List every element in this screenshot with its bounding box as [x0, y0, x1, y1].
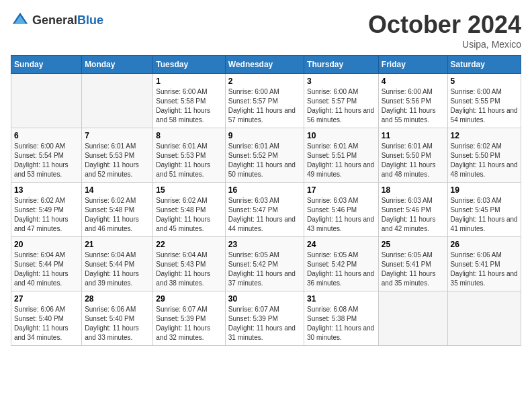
day-number: 22 [156, 240, 222, 249]
day-number: 25 [382, 240, 445, 249]
day-header-thursday: Thursday [304, 56, 379, 74]
day-info: Sunrise: 6:00 AMSunset: 5:57 PMDaylight:… [228, 87, 301, 125]
title-block: October 2024 Usipa, Mexico [368, 11, 521, 50]
day-info: Sunrise: 6:06 AMSunset: 5:40 PMDaylight:… [85, 305, 150, 342]
day-info: Sunrise: 6:06 AMSunset: 5:40 PMDaylight:… [14, 305, 79, 342]
day-number: 6 [14, 131, 79, 140]
calendar-cell: 4Sunrise: 6:00 AMSunset: 5:56 PMDaylight… [378, 74, 447, 128]
day-info: Sunrise: 6:06 AMSunset: 5:41 PMDaylight:… [451, 250, 518, 288]
day-number: 18 [382, 185, 445, 195]
day-number: 31 [307, 294, 375, 304]
day-info: Sunrise: 6:00 AMSunset: 5:58 PMDaylight:… [156, 87, 222, 125]
day-header-monday: Monday [82, 56, 153, 74]
calendar-week-3: 13Sunrise: 6:02 AMSunset: 5:49 PMDayligh… [11, 183, 521, 237]
day-info: Sunrise: 6:05 AMSunset: 5:41 PMDaylight:… [382, 250, 445, 288]
calendar-cell: 14Sunrise: 6:02 AMSunset: 5:48 PMDayligh… [82, 183, 153, 237]
calendar-cell: 26Sunrise: 6:06 AMSunset: 5:41 PMDayligh… [447, 237, 521, 291]
day-number: 19 [451, 185, 518, 195]
day-info: Sunrise: 6:04 AMSunset: 5:43 PMDaylight:… [156, 250, 222, 288]
calendar-cell: 31Sunrise: 6:08 AMSunset: 5:38 PMDayligh… [304, 291, 379, 346]
day-info: Sunrise: 6:08 AMSunset: 5:38 PMDaylight:… [307, 305, 375, 342]
calendar-cell: 13Sunrise: 6:02 AMSunset: 5:49 PMDayligh… [11, 183, 82, 237]
calendar-cell: 8Sunrise: 6:01 AMSunset: 5:53 PMDaylight… [153, 128, 225, 183]
calendar-cell: 25Sunrise: 6:05 AMSunset: 5:41 PMDayligh… [378, 237, 447, 291]
calendar-cell: 10Sunrise: 6:01 AMSunset: 5:51 PMDayligh… [304, 128, 379, 183]
day-number: 15 [156, 185, 222, 195]
day-info: Sunrise: 6:03 AMSunset: 5:47 PMDaylight:… [228, 196, 301, 234]
calendar-cell: 29Sunrise: 6:07 AMSunset: 5:39 PMDayligh… [153, 291, 225, 346]
calendar-cell: 20Sunrise: 6:04 AMSunset: 5:44 PMDayligh… [11, 237, 82, 291]
logo: GeneralBlue [11, 11, 103, 30]
day-info: Sunrise: 6:01 AMSunset: 5:52 PMDaylight:… [228, 142, 301, 179]
calendar-cell: 23Sunrise: 6:05 AMSunset: 5:42 PMDayligh… [225, 237, 304, 291]
calendar-cell: 11Sunrise: 6:01 AMSunset: 5:50 PMDayligh… [378, 128, 447, 183]
calendar-cell: 21Sunrise: 6:04 AMSunset: 5:44 PMDayligh… [82, 237, 153, 291]
location-subtitle: Usipa, Mexico [368, 39, 521, 50]
calendar-cell: 2Sunrise: 6:00 AMSunset: 5:57 PMDaylight… [225, 74, 304, 128]
day-number: 13 [14, 185, 79, 195]
calendar-cell: 5Sunrise: 6:00 AMSunset: 5:55 PMDaylight… [447, 74, 521, 128]
day-number: 21 [85, 240, 150, 249]
page-header: GeneralBlue October 2024 Usipa, Mexico [11, 11, 521, 50]
calendar-cell [378, 291, 447, 346]
day-number: 14 [85, 185, 150, 195]
calendar-cell: 15Sunrise: 6:02 AMSunset: 5:48 PMDayligh… [153, 183, 225, 237]
day-number: 23 [228, 240, 301, 249]
day-number: 11 [382, 131, 445, 140]
day-number: 4 [382, 77, 445, 86]
calendar-cell: 27Sunrise: 6:06 AMSunset: 5:40 PMDayligh… [11, 291, 82, 346]
day-number: 29 [156, 294, 222, 304]
calendar-cell: 22Sunrise: 6:04 AMSunset: 5:43 PMDayligh… [153, 237, 225, 291]
calendar-cell: 28Sunrise: 6:06 AMSunset: 5:40 PMDayligh… [82, 291, 153, 346]
calendar-cell: 6Sunrise: 6:00 AMSunset: 5:54 PMDaylight… [11, 128, 82, 183]
day-number: 8 [156, 131, 222, 140]
day-info: Sunrise: 6:04 AMSunset: 5:44 PMDaylight:… [85, 250, 150, 288]
calendar-cell: 24Sunrise: 6:05 AMSunset: 5:42 PMDayligh… [304, 237, 379, 291]
calendar-cell [447, 291, 521, 346]
day-info: Sunrise: 6:00 AMSunset: 5:56 PMDaylight:… [382, 87, 445, 125]
day-number: 30 [228, 294, 301, 304]
calendar-week-5: 27Sunrise: 6:06 AMSunset: 5:40 PMDayligh… [11, 291, 521, 346]
calendar-cell [11, 74, 82, 128]
calendar-cell [82, 74, 153, 128]
calendar-cell: 30Sunrise: 6:07 AMSunset: 5:39 PMDayligh… [225, 291, 304, 346]
day-info: Sunrise: 6:03 AMSunset: 5:46 PMDaylight:… [307, 196, 375, 234]
calendar-cell: 1Sunrise: 6:00 AMSunset: 5:58 PMDaylight… [153, 74, 225, 128]
day-info: Sunrise: 6:07 AMSunset: 5:39 PMDaylight:… [228, 305, 301, 342]
calendar-week-1: 1Sunrise: 6:00 AMSunset: 5:58 PMDaylight… [11, 74, 521, 128]
day-number: 12 [451, 131, 518, 140]
calendar-week-4: 20Sunrise: 6:04 AMSunset: 5:44 PMDayligh… [11, 237, 521, 291]
day-number: 5 [451, 77, 518, 86]
day-info: Sunrise: 6:05 AMSunset: 5:42 PMDaylight:… [307, 250, 375, 288]
day-number: 2 [228, 77, 301, 86]
day-info: Sunrise: 6:05 AMSunset: 5:42 PMDaylight:… [228, 250, 301, 288]
day-header-wednesday: Wednesday [225, 56, 304, 74]
day-number: 17 [307, 185, 375, 195]
calendar-header-row: SundayMondayTuesdayWednesdayThursdayFrid… [11, 56, 521, 74]
day-number: 3 [307, 77, 375, 86]
day-info: Sunrise: 6:03 AMSunset: 5:46 PMDaylight:… [382, 196, 445, 234]
day-number: 16 [228, 185, 301, 195]
day-number: 24 [307, 240, 375, 249]
day-info: Sunrise: 6:07 AMSunset: 5:39 PMDaylight:… [156, 305, 222, 342]
day-number: 9 [228, 131, 301, 140]
logo-icon [11, 11, 30, 30]
calendar-week-2: 6Sunrise: 6:00 AMSunset: 5:54 PMDaylight… [11, 128, 521, 183]
day-number: 26 [451, 240, 518, 249]
day-header-friday: Friday [378, 56, 447, 74]
day-header-tuesday: Tuesday [153, 56, 225, 74]
calendar-cell: 19Sunrise: 6:03 AMSunset: 5:45 PMDayligh… [447, 183, 521, 237]
day-header-saturday: Saturday [447, 56, 521, 74]
calendar-cell: 3Sunrise: 6:00 AMSunset: 5:57 PMDaylight… [304, 74, 379, 128]
day-info: Sunrise: 6:03 AMSunset: 5:45 PMDaylight:… [451, 196, 518, 234]
month-title: October 2024 [368, 11, 521, 39]
day-header-sunday: Sunday [11, 56, 82, 74]
calendar-cell: 16Sunrise: 6:03 AMSunset: 5:47 PMDayligh… [225, 183, 304, 237]
calendar-cell: 18Sunrise: 6:03 AMSunset: 5:46 PMDayligh… [378, 183, 447, 237]
day-number: 27 [14, 294, 79, 304]
day-number: 7 [85, 131, 150, 140]
logo-blue-text: Blue [77, 13, 103, 27]
calendar-cell: 9Sunrise: 6:01 AMSunset: 5:52 PMDaylight… [225, 128, 304, 183]
day-number: 1 [156, 77, 222, 86]
day-info: Sunrise: 6:02 AMSunset: 5:50 PMDaylight:… [451, 142, 518, 179]
